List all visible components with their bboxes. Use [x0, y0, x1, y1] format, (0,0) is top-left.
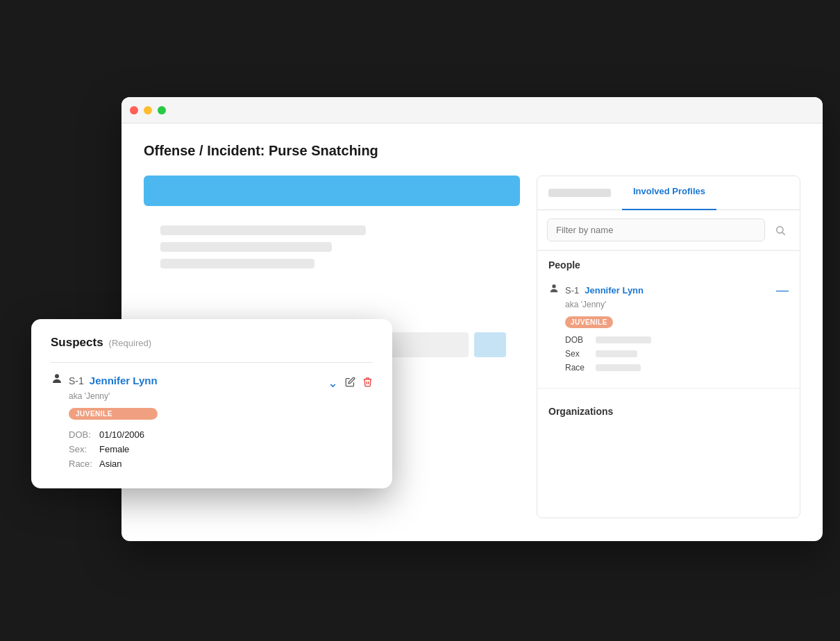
suspect-race-value: Asian [99, 459, 122, 469]
sex-value-placeholder [596, 350, 637, 357]
organizations-label: Organizations [548, 406, 613, 417]
suspect-actions: ⌄ [328, 373, 373, 391]
suspects-required-label: (Required) [109, 338, 151, 348]
suspect-sex-row: Sex: Female [69, 444, 158, 454]
titlebar [121, 97, 823, 123]
dob-row: DOB [565, 335, 789, 345]
sex-row: Sex [565, 349, 789, 359]
edit-icon[interactable] [345, 377, 355, 390]
dob-label: DOB [565, 335, 590, 345]
placeholder-line-3 [160, 259, 314, 268]
suspect-aka: aka 'Jenny' [51, 391, 158, 401]
organizations-section: Organizations [537, 397, 800, 426]
suspect-sex-value: Female [99, 444, 129, 454]
maximize-dot[interactable] [158, 106, 166, 114]
profile-name-link[interactable]: Jennifer Lynn [585, 285, 644, 296]
profile-id: S-1 [565, 285, 579, 296]
svg-line-1 [782, 232, 785, 235]
suspect-person-icon [51, 373, 63, 388]
blue-header-bar [144, 176, 520, 206]
page-title: Offense / Incident: Purse Snatching [144, 143, 800, 159]
profile-details-right: DOB Sex Race [548, 335, 789, 373]
profile-card-right: S-1 Jennifer Lynn — aka 'Jenny' JUVENILE… [537, 276, 800, 379]
filter-input[interactable] [547, 219, 765, 241]
placeholder-line-2 [160, 242, 332, 252]
suspect-dob-value: 01/10/2006 [99, 429, 144, 440]
profile-name-right: S-1 Jennifer Lynn [548, 283, 644, 297]
juvenile-badge: JUVENILE [565, 316, 613, 328]
profile-header-right: S-1 Jennifer Lynn — [548, 283, 789, 297]
person-icon [548, 283, 560, 297]
left-content-lines [144, 225, 520, 268]
tab-placeholder [548, 189, 611, 197]
suspect-id: S-1 [69, 375, 84, 386]
svg-point-2 [552, 284, 555, 288]
race-label: Race [565, 363, 590, 373]
race-value-placeholder [596, 364, 641, 371]
minimize-dot[interactable] [144, 106, 152, 114]
aka-text: aka 'Jenny' [548, 300, 789, 309]
suspect-race-row: Race: Asian [69, 459, 158, 469]
suspect-dob-row: DOB: 01/10/2006 [69, 429, 158, 440]
suspect-sex-label: Sex: [69, 444, 95, 454]
tab-involved-profiles[interactable]: Involved Profiles [622, 176, 716, 210]
right-tabs: Involved Profiles [537, 176, 800, 210]
suspect-race-label: Race: [69, 459, 95, 469]
placeholder-line-1 [160, 225, 366, 235]
search-icon[interactable] [771, 221, 790, 240]
delete-icon[interactable] [362, 377, 373, 390]
filter-bar [537, 210, 800, 250]
suspects-header: Suspects [51, 336, 103, 350]
close-dot[interactable] [130, 106, 138, 114]
suspects-card: Suspects (Required) S-1 Jennifer Lynn ak… [31, 319, 392, 488]
remove-profile-button[interactable]: — [776, 284, 789, 296]
expand-icon[interactable]: ⌄ [328, 375, 338, 391]
suspect-dob-label: DOB: [69, 429, 95, 440]
suspect-badge: JUVENILE [69, 408, 158, 420]
svg-point-3 [55, 374, 59, 378]
suspect-name-row: S-1 Jennifer Lynn [51, 373, 158, 388]
separator [537, 388, 800, 388]
suspect-details: DOB: 01/10/2006 Sex: Female Race: Asian [51, 429, 158, 469]
dob-value-placeholder [596, 336, 651, 343]
right-panel: Involved Profiles People [537, 176, 800, 518]
race-row: Race [565, 363, 789, 373]
svg-point-0 [777, 226, 783, 232]
card-divider [51, 362, 373, 363]
suspect-left: S-1 Jennifer Lynn aka 'Jenny' JUVENILE D… [51, 373, 158, 469]
people-section-label: People [537, 250, 800, 276]
suspect-name[interactable]: Jennifer Lynn [90, 375, 158, 386]
suspect-row: S-1 Jennifer Lynn aka 'Jenny' JUVENILE D… [51, 373, 373, 469]
sex-label: Sex [565, 349, 590, 359]
